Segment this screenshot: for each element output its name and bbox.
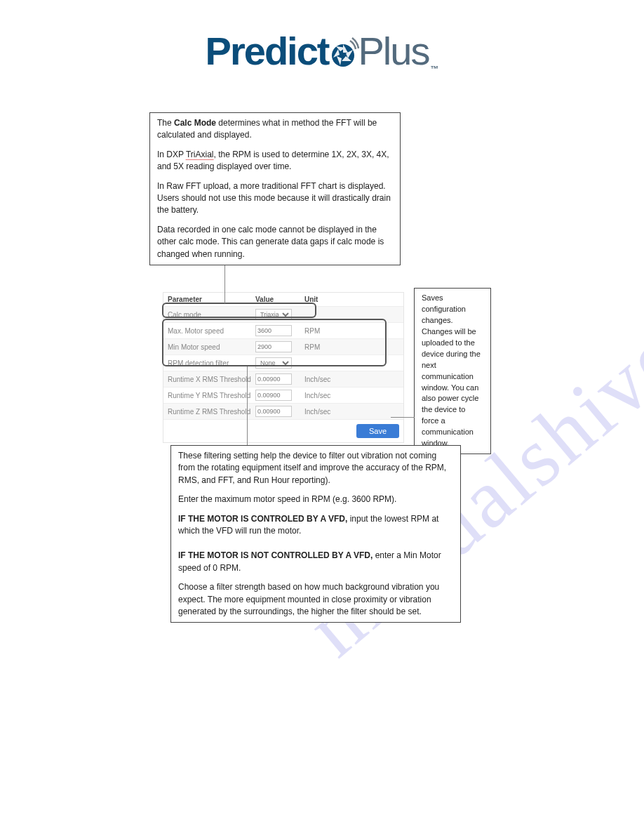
cell-value xyxy=(255,390,304,401)
parameter-table: Parameter Value Unit Calc modeTriaxialMa… xyxy=(163,292,404,443)
cell-parameter: Runtime X RMS Threshold xyxy=(168,376,255,383)
text: The xyxy=(157,118,174,128)
col-header-unit: Unit xyxy=(304,296,399,303)
cell-parameter: Calc mode xyxy=(168,311,255,319)
connector-line xyxy=(247,366,248,445)
cell-value: Triaxial xyxy=(255,309,304,320)
callout-calc-mode: The Calc Mode determines what in method … xyxy=(149,112,401,265)
text: Saves configuration changes. Changes wil… xyxy=(422,293,483,449)
cell-value xyxy=(255,373,304,385)
cell-unit: Inch/sec xyxy=(304,408,399,416)
cell-parameter: RPM detection filter xyxy=(168,359,255,367)
cell-value xyxy=(255,325,304,336)
table-row: Max. Motor speedRPM xyxy=(163,323,403,339)
table-row: Runtime Z RMS ThresholdInch/sec xyxy=(163,404,403,420)
logo-text-plus: Plus xyxy=(358,28,429,74)
col-header-value: Value xyxy=(255,296,304,303)
save-button[interactable]: Save xyxy=(356,424,399,438)
logo-text-predict: Predict xyxy=(206,28,329,74)
value-select[interactable]: Triaxial xyxy=(255,309,292,320)
cell-parameter: Runtime Y RMS Threshold xyxy=(168,392,255,399)
table-row: Runtime X RMS ThresholdInch/sec xyxy=(163,371,403,388)
value-input[interactable] xyxy=(255,341,292,352)
trademark-icon: ™ xyxy=(430,64,438,74)
cell-value xyxy=(255,406,304,417)
callout-save: Saves configuration changes. Changes wil… xyxy=(414,288,491,454)
table-row: Calc modeTriaxial xyxy=(163,307,403,323)
value-select[interactable]: None xyxy=(255,357,292,369)
table-header-row: Parameter Value Unit xyxy=(163,293,403,307)
cell-unit: Inch/sec xyxy=(304,392,399,399)
connector-line xyxy=(391,417,415,418)
cell-unit: RPM xyxy=(304,343,399,351)
text: In DXP xyxy=(157,150,186,159)
aperture-icon xyxy=(327,37,359,69)
cell-parameter: Min Motor speed xyxy=(168,343,255,351)
text: Enter the maximum motor speed in RPM (e.… xyxy=(178,494,453,505)
text-spellcheck: TriAxial xyxy=(186,150,214,160)
text-bold: Calc Mode xyxy=(174,118,216,128)
table-row: Min Motor speedRPM xyxy=(163,339,403,355)
cell-parameter: Runtime Z RMS Threshold xyxy=(168,408,255,416)
cell-value: None xyxy=(255,357,304,369)
text-bold: IF THE MOTOR IS CONTROLED BY A VFD, xyxy=(178,514,347,524)
value-input[interactable] xyxy=(255,390,292,401)
connector-line xyxy=(224,265,225,303)
value-input[interactable] xyxy=(255,373,292,385)
text: Data recorded in one calc mode cannot be… xyxy=(157,224,393,260)
text: In Raw FFT upload, a more traditional FF… xyxy=(157,180,393,217)
table-row: Runtime Y RMS ThresholdInch/sec xyxy=(163,388,403,404)
text-bold: IF THE MOTOR IS NOT CONTROLLED BY A VFD, xyxy=(178,550,373,560)
text: Choose a filter strength based on how mu… xyxy=(178,581,453,618)
cell-unit: RPM xyxy=(304,327,399,335)
text: These filtering setting help the device … xyxy=(178,450,453,486)
value-input[interactable] xyxy=(255,325,292,336)
callout-filtering: These filtering setting help the device … xyxy=(170,445,461,623)
cell-unit: Inch/sec xyxy=(304,376,399,383)
col-header-parameter: Parameter xyxy=(168,296,255,303)
table-row: RPM detection filterNone xyxy=(163,355,403,371)
cell-value xyxy=(255,341,304,352)
logo: Predict xyxy=(0,0,644,86)
value-input[interactable] xyxy=(255,406,292,417)
cell-parameter: Max. Motor speed xyxy=(168,327,255,335)
